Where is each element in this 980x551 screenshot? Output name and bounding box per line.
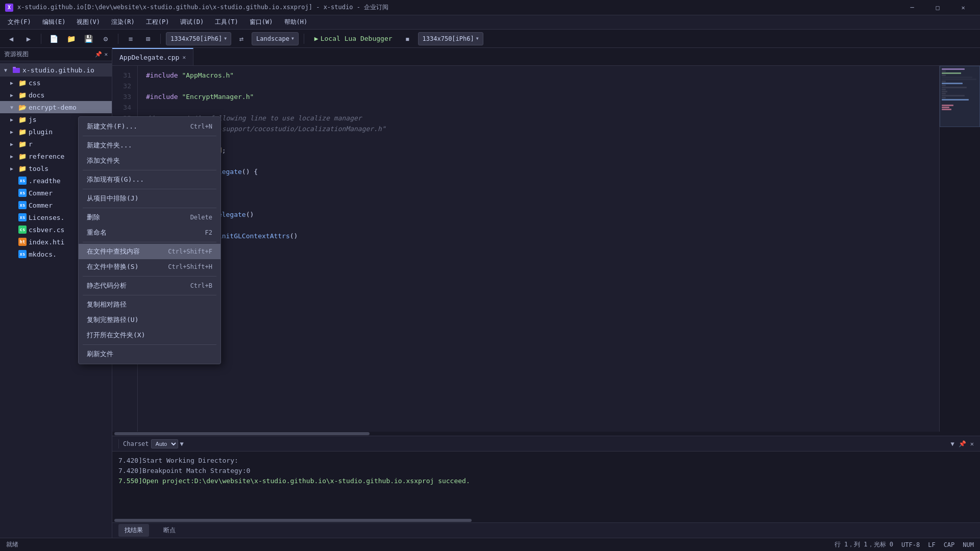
status-caps: CAP [944,541,955,548]
tools-folder-icon: 📁 [18,164,27,172]
readthe-label: .readthe [29,177,61,185]
css-folder-icon: 📁 [18,79,27,87]
ctx-static-analysis-label: 静态代码分析 [87,281,127,290]
sidebar-controls: 📌 ✕ [95,51,108,58]
ctx-sep-5 [83,242,216,242]
tree-item-encrypt-demo[interactable]: ▼ 📂 encrypt-demo [0,101,112,113]
encrypt-demo-label: encrypt-demo [29,104,77,111]
bottom-panel-header: Charset Auto ▼ ▼ 📌 ✕ [112,436,980,452]
mkdocs-file-icon: xs [18,250,27,258]
ctx-refresh-label: 刷新文件 [87,349,113,359]
scrollbar-thumb[interactable] [114,432,370,435]
r-folder-icon: 📁 [18,140,27,148]
close-button[interactable]: ✕ [951,0,975,15]
console-line-1: 7.420]Start Working Directory: [118,456,974,466]
status-bar: 就绪 行 1，列 1，光标 0 UTF-8 LF CAP NUM [0,538,980,551]
minimize-button[interactable]: ─ [900,0,924,15]
debugger-label: Local Lua Debugger [321,35,393,42]
title-bar: X x-studio.github.io[D:\dev\website\x-st… [0,0,980,15]
tab-appdelegatecpp[interactable]: AppDelegate.cpp ✕ [112,48,193,65]
index-label: index.hti [29,238,64,246]
reference-label: reference [29,153,64,160]
toolbar-sep-1 [41,34,41,44]
menu-window[interactable]: 窗口(W) [244,16,278,28]
status-num: NUM [963,541,974,548]
code-editor[interactable]: 31 32 33 34 35 36 37 38 39 40 41 42 43 4… [112,66,980,432]
ctx-open-in-folder[interactable]: 打开所在文件夹(X) [79,328,220,343]
ctx-new-file[interactable]: 新建文件(F)... Ctrl+N [79,119,220,134]
panel-dropdown-icon[interactable]: ▼ [951,440,954,447]
new-file-button[interactable]: 📄 [46,32,61,46]
orientation-selector[interactable]: Landscape ▼ [252,32,299,45]
status-position: 行 1，列 1，光标 0 [835,540,893,549]
forward-button[interactable]: ▶ [21,32,36,46]
charset-select[interactable]: Auto [151,439,178,448]
resolution-arrow-2: ▼ [476,36,479,41]
stop-icon[interactable]: ◾ [401,32,415,46]
ctx-add-folder[interactable]: 添加文件夹 [79,153,220,168]
tree-item-css[interactable]: ▶ 📁 css [0,77,112,89]
r-arrow: ▶ [10,141,16,147]
panel-pin-icon[interactable]: 📌 [959,440,966,447]
orientation-value: Landscape [256,35,289,42]
ctx-open-in-folder-label: 打开所在文件夹(X) [87,331,145,340]
console-scrollbar[interactable] [112,518,980,522]
menu-file[interactable]: 文件(F) [3,16,36,28]
ctx-exclude[interactable]: 从项目中排除(J) [79,191,220,206]
back-button[interactable]: ◀ [4,32,18,46]
tools-arrow: ▶ [10,166,16,171]
menu-tools[interactable]: 工具(T) [210,16,243,28]
csbver-file-icon: cs [18,226,27,234]
tab-close-icon[interactable]: ✕ [182,54,186,61]
menu-help[interactable]: 帮助(H) [279,16,313,28]
resolution-selector-2[interactable]: 1334x750[iPh6] ▼ [418,32,483,45]
run-button[interactable]: ▶ Local Lua Debugger [309,33,398,44]
console-scrollbar-thumb[interactable] [114,519,472,522]
ctx-new-folder[interactable]: 新建文件夹... [79,138,220,153]
tree-root[interactable]: ▼ x-studio.github.io [0,63,112,77]
sidebar-header: 资源视图 📌 ✕ [0,48,112,61]
hamburger-button[interactable]: ≡ [124,32,138,46]
save-button[interactable]: 💾 [81,32,95,46]
swap-icon[interactable]: ⇄ [234,32,249,46]
maximize-button[interactable]: □ [926,0,949,15]
minimap-code [940,66,980,113]
panel-close-icon[interactable]: ✕ [970,440,974,447]
root-arrow-icon: ▼ [4,67,10,73]
ctx-copy-full-path[interactable]: 复制完整路径(U) [79,312,220,328]
resolution-selector-1[interactable]: 1334x750[iPh6] ▼ [166,32,231,45]
ctx-copy-relative-path[interactable]: 复制相对路径 [79,297,220,312]
plugin-arrow: ▶ [10,129,16,135]
ctx-add-existing[interactable]: 添加现有项(G)... [79,172,220,187]
menu-edit[interactable]: 编辑(E) [37,16,71,28]
ctx-rename[interactable]: 重命名 F2 [79,225,220,240]
tab-find-results[interactable]: 找结果 [118,524,149,537]
ctx-refresh[interactable]: 刷新文件 [79,346,220,362]
menu-view[interactable]: 视图(V) [71,16,105,28]
ctx-replace-in-files-label: 在文件中替换(S) [87,262,138,271]
layout-button[interactable]: ⊞ [141,32,155,46]
tree-item-docs[interactable]: ▶ 📁 docs [0,89,112,101]
licenses-file-icon: xs [18,213,27,221]
reference-arrow: ▶ [10,154,16,159]
open-folder-button[interactable]: 📁 [64,32,78,46]
settings-button[interactable]: ⚙ [99,32,113,46]
app-icon: X [5,4,13,12]
menu-debug[interactable]: 调试(D) [175,16,209,28]
docs-label: docs [29,91,44,99]
code-content[interactable]: #include "AppMacros.h" #include "Encrypt… [138,66,939,432]
sidebar-close-icon[interactable]: ✕ [104,51,108,58]
ctx-new-folder-label: 新建文件夹... [87,141,132,150]
js-folder-icon: 📁 [18,115,27,123]
ctx-delete[interactable]: 删除 Delete [79,210,220,225]
ctx-find-in-files[interactable]: 在文件中查找内容 Ctrl+Shift+F [79,244,220,259]
menu-render[interactable]: 渲染(R) [106,16,140,28]
ctx-replace-in-files[interactable]: 在文件中替换(S) Ctrl+Shift+H [79,259,220,274]
horizontal-scrollbar[interactable] [112,432,980,436]
menu-project[interactable]: 工程(P) [141,16,175,28]
bottom-panel: Charset Auto ▼ ▼ 📌 ✕ 7.420]Start Working… [112,436,980,538]
sidebar-title: 资源视图 [4,50,29,59]
sidebar-pin-icon[interactable]: 📌 [95,51,102,58]
tab-breakpoints[interactable]: 断点 [157,524,182,537]
ctx-static-analysis[interactable]: 静态代码分析 Ctrl+B [79,278,220,293]
